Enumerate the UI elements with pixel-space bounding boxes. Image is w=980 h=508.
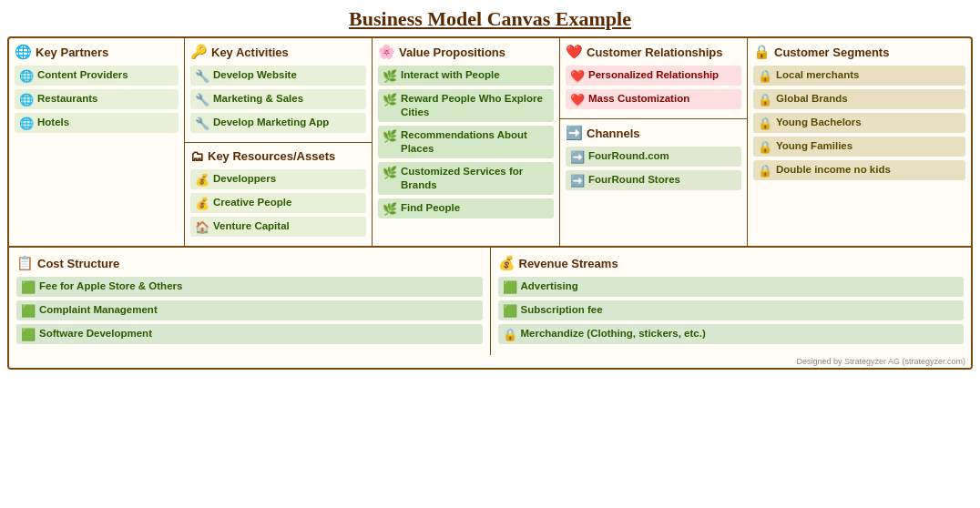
revenue-streams-label: Revenue Streams [519,257,618,270]
list-item: 🔒 Young Families [753,137,965,157]
list-item: 🏠 Venture Capital [190,217,366,237]
page-wrapper: Business Model Canvas Example 🌐 Key Part… [0,0,980,377]
item-text: Reward People Who Explore Cities [401,92,549,119]
item-icon: 🔧 [195,117,209,130]
list-item: 💰 Creative People [190,193,366,213]
item-text: Global Brands [776,92,961,106]
list-item: 🟩 Subscription fee [498,300,965,320]
list-item: 🌿 Reward People Who Explore Cities [378,89,554,122]
value-propositions-icon: 🌸 [378,44,395,60]
item-icon: 🔧 [195,93,209,107]
list-item: ❤️ Mass Customization [566,89,741,109]
item-text: Venture Capital [213,219,362,233]
key-resources-icon: 🗂 [190,148,204,164]
list-item: 🌿 Recommendations About Places [378,126,554,158]
list-item: 🟩 Advertising [498,277,965,297]
item-icon: 🔒 [758,117,772,130]
value-propositions-col: 🌸 Value Propositions 🌿 Interact with Peo… [373,38,560,246]
key-partners-label: Key Partners [36,46,108,59]
cost-structure-col: 📋 Cost Structure 🟩 Fee for Apple Store &… [9,248,491,355]
revenue-streams-col: 💰 Revenue Streams 🟩 Advertising 🟩 Subscr… [491,248,972,355]
cost-structure-items: 🟩 Fee for Apple Store & Others 🟩 Complai… [16,277,483,344]
canvas-outer: 🌐 Key Partners 🌐 Content Providers 🌐 Res… [7,36,973,370]
list-item: ➡️ FourRound.com [566,147,741,167]
item-icon: 🌿 [383,129,397,143]
customer-segments-items: 🔒 Local merchants 🔒 Global Brands 🔒 Youn… [753,66,965,180]
item-icon: 🟩 [21,280,36,294]
item-text: Local merchants [776,68,961,82]
item-icon: 🔒 [503,328,517,341]
item-text: Recommendations About Places [401,128,549,156]
list-item: 🔒 Global Brands [753,89,965,109]
item-text: Fee for Apple Store & Others [39,279,478,293]
customer-segments-col: 🔒 Customer Segments 🔒 Local merchants 🔒 … [748,38,971,246]
list-item: 🔒 Double income no kids [753,160,965,180]
key-resources-label: Key Resources/Assets [208,149,335,163]
item-icon: 🔒 [758,93,772,107]
item-text: Creative People [213,196,362,209]
cost-structure-label: Cost Structure [37,257,119,270]
key-partners-col: 🌐 Key Partners 🌐 Content Providers 🌐 Res… [9,38,185,246]
item-text: Developpers [213,172,362,186]
canvas-bottom: 📋 Cost Structure 🟩 Fee for Apple Store &… [9,248,971,355]
item-text: FourRound Stores [588,173,737,187]
list-item: 🔧 Develop Website [190,66,366,86]
item-text: Subscription fee [521,303,960,317]
customer-relationships-label: Customer Relationships [587,46,723,59]
item-icon: ❤️ [570,69,585,83]
page-title: Business Model Canvas Example [7,7,973,31]
cost-structure-header: 📋 Cost Structure [16,255,483,271]
channels-icon: ➡️ [566,125,583,141]
item-text: Hotels [37,116,174,129]
item-icon: 💰 [195,173,209,187]
list-item: 🔒 Merchandize (Clothing, stickers, etc.) [498,324,965,344]
item-text: Double income no kids [776,163,961,177]
item-text: Restaurants [37,92,174,106]
revenue-streams-header: 💰 Revenue Streams [498,255,965,271]
list-item: 🟩 Fee for Apple Store & Others [16,277,483,297]
list-item: 🔒 Local merchants [753,66,965,86]
item-text: Young Families [776,139,961,153]
item-text: Complaint Management [39,303,478,317]
cost-structure-icon: 📋 [16,255,34,271]
key-activities-label: Key Activities [211,46,289,59]
value-propositions-label: Value Propositions [399,46,505,59]
item-text: Merchandize (Clothing, stickers, etc.) [521,327,960,340]
customer-segments-header: 🔒 Customer Segments [753,44,965,60]
item-text: Marketing & Sales [213,92,362,106]
list-item: 🟩 Complaint Management [16,300,483,320]
list-item: 🔒 Young Bachelors [753,113,965,133]
item-icon: 🌐 [19,117,34,130]
footer-text: Designed by Strategyzer AG (strategyzer.… [796,357,965,366]
item-text: Personalized Relationship [588,68,737,82]
customer-relationships-icon: ❤️ [566,44,583,60]
channels-section: ➡️ Channels ➡️ FourRound.com ➡️ FourRoun… [560,119,747,246]
item-icon: 🌐 [19,93,34,107]
item-text: Customized Services for Brands [401,165,549,192]
list-item: 🌐 Restaurants [15,89,179,109]
relationships-channels-col: ❤️ Customer Relationships ❤️ Personalize… [560,38,748,246]
item-icon: 🟩 [21,328,36,341]
item-icon: 💰 [195,197,209,210]
item-text: Software Development [39,327,478,340]
item-text: Young Bachelors [776,116,961,129]
customer-relationships-section: ❤️ Customer Relationships ❤️ Personalize… [560,38,747,119]
list-item: 🌐 Hotels [15,113,179,133]
item-text: Content Providers [37,68,174,82]
key-resources-section: 🗂 Key Resources/Assets 💰 Developpers 💰 C… [185,143,372,246]
list-item: 🟩 Software Development [16,324,483,344]
value-propositions-items: 🌿 Interact with People 🌿 Reward People W… [378,66,554,218]
key-partners-header: 🌐 Key Partners [15,44,179,60]
customer-relationships-items: ❤️ Personalized Relationship ❤️ Mass Cus… [566,66,741,109]
key-activities-section: 🔑 Key Activities 🔧 Develop Website 🔧 Mar… [185,38,372,143]
channels-items: ➡️ FourRound.com ➡️ FourRound Stores [566,147,741,190]
item-icon: 🌐 [19,69,34,83]
item-text: Advertising [521,279,960,293]
customer-segments-label: Customer Segments [774,46,889,59]
item-text: Develop Marketing App [213,116,362,129]
list-item: ❤️ Personalized Relationship [566,66,741,86]
item-icon: 🔧 [195,69,209,83]
key-activities-header: 🔑 Key Activities [190,44,366,60]
key-resources-items: 💰 Developpers 💰 Creative People 🏠 Ventur… [190,169,366,237]
list-item: 💰 Developpers [190,169,366,189]
